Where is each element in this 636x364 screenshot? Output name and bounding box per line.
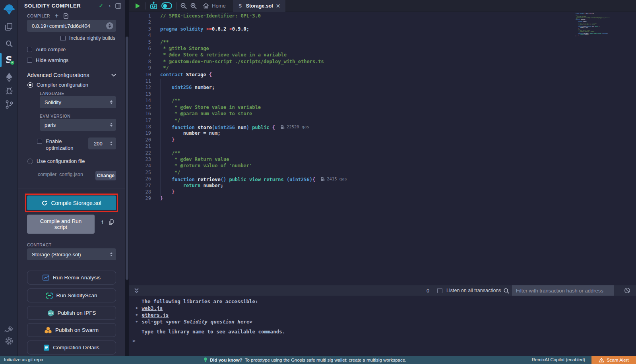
code-line[interactable]: 22 /**	[129, 150, 636, 156]
open-file-icon[interactable]	[63, 13, 69, 19]
clear-console-icon[interactable]	[624, 287, 630, 294]
compiler-version-select[interactable]: 0.8.19+commit.7dd6d404	[27, 20, 116, 32]
git-icon[interactable]	[0, 99, 18, 110]
code-token: contract	[160, 72, 183, 77]
copilot-toggle[interactable]	[161, 2, 172, 9]
expand-terminal-icon[interactable]	[134, 288, 139, 294]
code-line[interactable]: 15 * @dev Store value in variable	[129, 104, 636, 110]
nightly-builds-checkbox[interactable]	[60, 36, 66, 41]
code-line[interactable]: 27 return number;	[129, 182, 636, 189]
use-config-file-radio[interactable]	[27, 159, 33, 164]
language-select[interactable]: Solidity	[40, 96, 116, 108]
file-explorer-icon[interactable]	[0, 22, 18, 32]
code-line[interactable]: 3pragma solidity >=0.8.2 <0.9.0;	[129, 26, 636, 32]
code-line[interactable]: 14 /**	[129, 97, 636, 104]
code-line[interactable]: 21	[129, 143, 636, 149]
advanced-config-title[interactable]: Advanced Configurations	[27, 72, 89, 78]
code-token: * @dev Store value in variable	[160, 105, 261, 110]
code-line[interactable]: 6 * @title Storage	[129, 45, 636, 52]
solidity-compiler-icon[interactable]: S	[0, 53, 18, 66]
code-line[interactable]: 2	[129, 19, 636, 25]
code-line[interactable]: 25 */	[129, 169, 636, 176]
optimization-runs-stepper[interactable]: 200	[88, 137, 116, 149]
code-line[interactable]: 19 number = num;	[129, 130, 636, 136]
code-line[interactable]: 18 function store(uint256 num) public {2…	[129, 124, 636, 130]
ipfs-icon: IPFS	[47, 310, 54, 317]
remix-logo-icon[interactable]	[0, 3, 18, 16]
transaction-filter-input[interactable]	[512, 285, 614, 296]
remixai-robot-icon[interactable]	[149, 2, 158, 10]
minimap[interactable]: // SPDX-License-Identifier: GPL-3.0pragm…	[576, 12, 613, 60]
code-line[interactable]: 5/**	[129, 39, 636, 45]
solidityscan-icon	[46, 292, 53, 299]
change-config-button[interactable]: Change	[95, 171, 116, 180]
code-token: }	[160, 196, 163, 201]
copy-icon[interactable]	[109, 219, 114, 225]
publish-on-swarm-button[interactable]: Publish on Swarm	[27, 323, 116, 337]
code-editor[interactable]: 1// SPDX-License-Identifier: GPL-3.02 3p…	[129, 12, 636, 285]
chevron-right-icon[interactable]: ›	[109, 3, 111, 9]
zoom-out-icon[interactable]	[180, 2, 187, 10]
debugger-icon[interactable]	[0, 86, 18, 95]
code-line[interactable]: 20 }	[129, 137, 636, 143]
code-line[interactable]: 23 * @dev Return value	[129, 156, 636, 163]
pin-panel-icon[interactable]	[115, 3, 121, 9]
code-line[interactable]: 10contract Storage {	[129, 72, 636, 78]
compile-button[interactable]: Compile Storage.sol	[27, 196, 116, 210]
tab-home[interactable]: Home	[203, 3, 226, 9]
code-line[interactable]: 8 * @custom:dev-run-script ./scripts/dep…	[129, 58, 636, 65]
panel-resize-handle[interactable]	[125, 0, 129, 356]
code-line[interactable]: 17 */	[129, 117, 636, 124]
zoom-in-icon[interactable]	[190, 2, 197, 10]
code-line[interactable]: 16 * @param num value to store	[129, 110, 636, 117]
search-icon[interactable]	[0, 39, 18, 48]
code-line[interactable]: 4	[129, 32, 636, 39]
info-icon[interactable]: i	[101, 219, 104, 225]
scam-alert-button[interactable]: Scam Alert	[591, 356, 636, 364]
code-token: returns	[264, 177, 284, 182]
compilation-details-button[interactable]: Compilation Details	[27, 341, 116, 354]
run-remix-analysis-button[interactable]: Run Remix Analysis	[27, 271, 116, 285]
code-line[interactable]: 29}	[129, 195, 636, 201]
contract-select[interactable]: Storage (Storage.sol)	[27, 248, 116, 260]
terminal-search-icon[interactable]	[503, 288, 510, 294]
code-line[interactable]: 13	[129, 91, 636, 97]
plugin-manager-icon[interactable]	[0, 325, 18, 335]
code-token: */	[160, 170, 180, 175]
code-line[interactable]: 28 }	[129, 189, 636, 195]
code-token: {	[272, 125, 275, 130]
code-line[interactable]: 9 */	[129, 65, 636, 71]
line-number: 7	[129, 52, 151, 58]
terminal[interactable]: The following libraries are accessible:•…	[129, 296, 636, 356]
settings-gear-icon[interactable]	[0, 336, 18, 346]
evm-version-select[interactable]: paris	[40, 119, 116, 131]
enable-optimization-checkbox[interactable]	[37, 139, 42, 144]
deploy-run-icon[interactable]	[0, 72, 18, 83]
chevron-down-icon[interactable]	[111, 74, 116, 77]
compiled-check-icon: ✓	[99, 3, 103, 9]
code-line[interactable]: 26 function retrieve() public view retur…	[129, 176, 636, 182]
publish-on-ipfs-button[interactable]: IPFS Publish on IPFS	[27, 306, 116, 320]
run-solidityscan-button[interactable]: Run SolidityScan	[27, 288, 116, 302]
hide-warnings-checkbox[interactable]	[27, 58, 32, 63]
copilot-status[interactable]: RemixAI Copilot (enabled)	[532, 357, 585, 362]
code-token	[160, 19, 163, 25]
code-line[interactable]: 12 uint256 number;	[129, 84, 636, 91]
run-script-play-button[interactable]	[135, 3, 141, 9]
add-compiler-icon[interactable]: +	[55, 12, 58, 19]
git-init-status[interactable]: Initialize as git repo	[4, 357, 43, 362]
compile-and-run-tooltip[interactable]: Compile and Run script	[27, 215, 95, 234]
tab-close-icon[interactable]: ✕	[276, 3, 281, 9]
code-line[interactable]: 11	[129, 78, 636, 84]
code-line[interactable]: 7 * @dev Store & retrieve value in a var…	[129, 52, 636, 58]
tab-storage-sol[interactable]: S Storage.sol ✕	[233, 0, 285, 12]
compiler-config-radio[interactable]	[27, 82, 33, 88]
auto-compile-checkbox[interactable]	[27, 47, 32, 52]
panel-scrollbar[interactable]	[126, 37, 128, 280]
listen-all-transactions-checkbox[interactable]	[437, 288, 442, 293]
terminal-library-link[interactable]: ethers.js	[142, 312, 169, 318]
code-line[interactable]: 1// SPDX-License-Identifier: GPL-3.0	[129, 13, 636, 19]
terminal-library-link[interactable]: web3.js	[142, 305, 163, 311]
terminal-prompt[interactable]: >	[132, 338, 136, 344]
code-line[interactable]: 24 * @return value of 'number'	[129, 163, 636, 169]
